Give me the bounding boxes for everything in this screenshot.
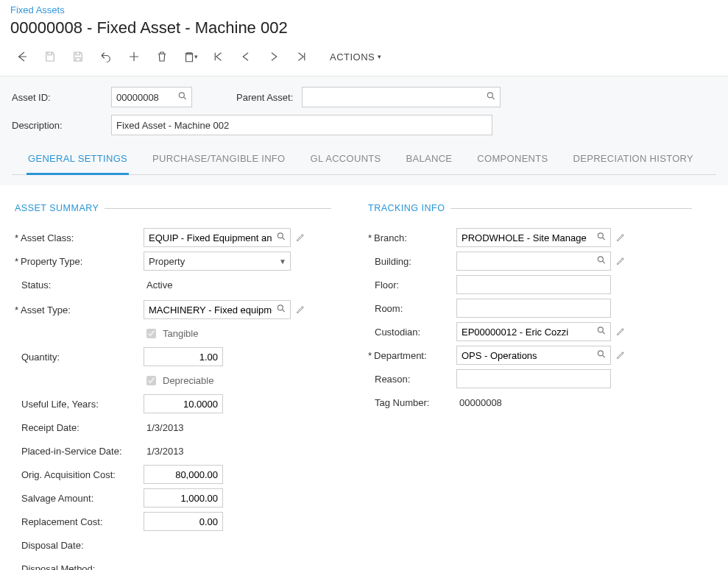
page-title: 00000008 - Fixed Asset - Machine 002 [10, 18, 718, 38]
header-form: Asset ID: Parent Asset: Description: GEN… [0, 76, 728, 185]
description-input[interactable] [111, 115, 492, 135]
asset-class-label: Asset Class: [21, 232, 74, 243]
actions-menu[interactable]: ACTIONS▾ [330, 51, 382, 63]
salvage-label: Salvage Amount: [15, 493, 144, 504]
custodian-input[interactable] [456, 322, 611, 341]
asset-id-label: Asset ID: [12, 92, 111, 103]
receipt-date-label: Receipt Date: [15, 422, 144, 433]
disposal-date-label: Disposal Date: [15, 540, 144, 551]
reason-label: Reason: [368, 374, 456, 385]
reason-input[interactable] [456, 369, 611, 388]
delete-button[interactable] [149, 45, 175, 68]
pencil-icon[interactable] [615, 232, 627, 243]
breadcrumb[interactable]: Fixed Assets [10, 4, 718, 15]
depreciable-label: Depreciable [163, 375, 213, 386]
tab-purchase-tangible[interactable]: PURCHASE/TANGIBLE INFO [151, 144, 286, 175]
placed-in-service-label: Placed-in-Service Date: [15, 446, 144, 457]
tangible-label: Tangible [163, 328, 198, 339]
property-type-label: Property Type: [21, 256, 82, 267]
pencil-icon[interactable] [615, 255, 627, 267]
add-button[interactable] [121, 45, 147, 68]
disposal-method-label: Disposal Method: [15, 563, 144, 571]
clipboard-button[interactable]: ▾ [177, 45, 203, 68]
tag-number-value: 00000008 [456, 397, 502, 408]
tab-gl-accounts[interactable]: GL ACCOUNTS [309, 144, 383, 175]
building-input[interactable] [456, 252, 611, 271]
tab-strip: GENERAL SETTINGS PURCHASE/TANGIBLE INFO … [12, 144, 716, 175]
status-value: Active [144, 279, 172, 291]
floor-input[interactable] [456, 275, 611, 294]
tag-number-label: Tag Number: [368, 397, 456, 408]
asset-type-input[interactable] [144, 300, 291, 319]
pencil-icon[interactable] [615, 326, 627, 338]
section-asset-summary: ASSET SUMMARY [15, 203, 331, 213]
orig-cost-input[interactable] [144, 465, 223, 484]
floor-label: Floor: [368, 279, 456, 291]
useful-life-input[interactable] [144, 394, 223, 413]
depreciable-checkbox [146, 376, 156, 385]
quantity-input[interactable] [144, 347, 223, 366]
department-label: Department: [374, 350, 427, 361]
tab-components[interactable]: COMPONENTS [476, 144, 549, 175]
branch-input[interactable] [456, 228, 611, 247]
save-button [65, 45, 91, 68]
prev-record-button[interactable] [233, 45, 259, 68]
custodian-label: Custodian: [368, 327, 456, 338]
tab-depreciation-history[interactable]: DEPRECIATION HISTORY [572, 144, 695, 175]
quantity-label: Quantity: [15, 352, 144, 363]
first-record-button[interactable] [205, 45, 231, 68]
room-input[interactable] [456, 299, 611, 318]
section-tracking-info: TRACKING INFO [368, 203, 692, 213]
description-label: Description: [12, 120, 111, 131]
receipt-date-value: 1/3/2013 [144, 422, 184, 433]
tab-balance[interactable]: BALANCE [405, 144, 454, 175]
pencil-icon[interactable] [615, 349, 627, 361]
last-record-button[interactable] [289, 45, 315, 68]
useful-life-label: Useful Life, Years: [15, 399, 144, 410]
back-button[interactable] [9, 45, 35, 68]
replacement-input[interactable] [144, 512, 223, 531]
placed-in-service-value: 1/3/2013 [144, 446, 184, 457]
status-label: Status: [15, 279, 144, 291]
pencil-icon[interactable] [295, 232, 307, 243]
parent-asset-input[interactable] [302, 87, 501, 107]
undo-button[interactable] [93, 45, 119, 68]
toolbar: ▾ ACTIONS▾ [0, 43, 728, 76]
asset-id-input[interactable] [111, 87, 192, 107]
next-record-button[interactable] [261, 45, 287, 68]
branch-label: Branch: [374, 232, 407, 243]
pencil-icon[interactable] [295, 304, 307, 316]
property-type-select[interactable] [144, 252, 291, 271]
orig-cost-label: Orig. Acquisition Cost: [15, 469, 144, 480]
tab-general-settings[interactable]: GENERAL SETTINGS [26, 144, 129, 175]
salvage-input[interactable] [144, 488, 223, 507]
replacement-label: Replacement Cost: [15, 516, 144, 527]
save-close-button [37, 45, 63, 68]
asset-class-input[interactable] [144, 228, 291, 247]
room-label: Room: [368, 303, 456, 314]
asset-type-label: Asset Type: [21, 304, 71, 316]
tangible-checkbox [146, 329, 156, 338]
parent-asset-label: Parent Asset: [236, 92, 293, 103]
department-input[interactable] [456, 346, 611, 365]
building-label: Building: [368, 256, 456, 267]
